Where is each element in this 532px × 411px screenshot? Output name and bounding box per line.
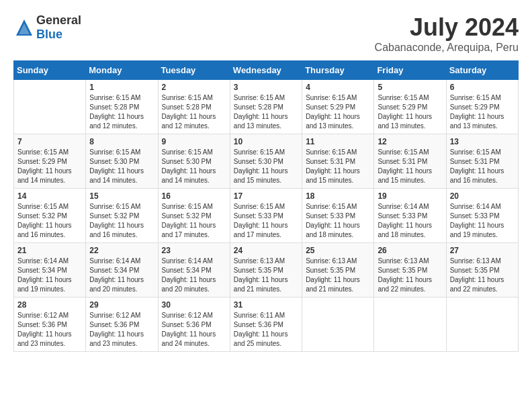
- calendar-table: SundayMondayTuesdayWednesdayThursdayFrid…: [13, 60, 519, 352]
- calendar-cell: 9Sunrise: 6:15 AM Sunset: 5:30 PM Daylig…: [158, 134, 230, 189]
- day-info: Sunrise: 6:15 AM Sunset: 5:29 PM Dayligh…: [450, 93, 515, 131]
- day-info: Sunrise: 6:11 AM Sunset: 5:36 PM Dayligh…: [234, 311, 298, 349]
- weekday-header-cell: Thursday: [302, 61, 374, 80]
- day-number: 12: [378, 137, 442, 146]
- day-info: Sunrise: 6:15 AM Sunset: 5:29 PM Dayligh…: [378, 93, 442, 131]
- day-number: 24: [234, 246, 298, 255]
- calendar-cell: 27Sunrise: 6:13 AM Sunset: 5:35 PM Dayli…: [446, 243, 518, 298]
- day-info: Sunrise: 6:15 AM Sunset: 5:30 PM Dayligh…: [162, 148, 226, 185]
- day-info: Sunrise: 6:12 AM Sunset: 5:36 PM Dayligh…: [162, 311, 226, 349]
- day-number: 14: [17, 191, 82, 201]
- day-number: 6: [450, 83, 515, 92]
- calendar-cell: [14, 80, 86, 134]
- calendar-cell: 13Sunrise: 6:15 AM Sunset: 5:31 PM Dayli…: [446, 134, 518, 189]
- day-info: Sunrise: 6:14 AM Sunset: 5:33 PM Dayligh…: [378, 202, 442, 240]
- calendar-cell: 26Sunrise: 6:13 AM Sunset: 5:35 PM Dayli…: [374, 243, 446, 298]
- calendar-cell: 7Sunrise: 6:15 AM Sunset: 5:29 PM Daylig…: [14, 134, 86, 189]
- calendar-cell: 30Sunrise: 6:12 AM Sunset: 5:36 PM Dayli…: [158, 298, 230, 352]
- month-title: July 2024: [375, 13, 519, 42]
- calendar-cell: [374, 298, 446, 352]
- day-number: 30: [162, 300, 226, 310]
- calendar-cell: 16Sunrise: 6:15 AM Sunset: 5:32 PM Dayli…: [158, 189, 230, 243]
- calendar-cell: 24Sunrise: 6:13 AM Sunset: 5:35 PM Dayli…: [230, 243, 302, 298]
- logo: General Blue: [13, 13, 81, 42]
- day-number: 22: [89, 246, 154, 255]
- day-info: Sunrise: 6:14 AM Sunset: 5:34 PM Dayligh…: [89, 257, 154, 294]
- weekday-header-cell: Friday: [374, 61, 446, 80]
- day-info: Sunrise: 6:15 AM Sunset: 5:31 PM Dayligh…: [378, 148, 442, 185]
- day-info: Sunrise: 6:15 AM Sunset: 5:31 PM Dayligh…: [306, 148, 370, 185]
- location-title: Cabanaconde, Arequipa, Peru: [375, 42, 519, 54]
- day-number: 4: [306, 83, 370, 92]
- day-number: 15: [89, 191, 154, 201]
- calendar-cell: [302, 298, 374, 352]
- calendar-cell: 5Sunrise: 6:15 AM Sunset: 5:29 PM Daylig…: [374, 80, 446, 134]
- day-number: 27: [450, 246, 515, 255]
- day-number: 21: [17, 246, 82, 255]
- day-info: Sunrise: 6:15 AM Sunset: 5:32 PM Dayligh…: [162, 202, 226, 240]
- day-info: Sunrise: 6:15 AM Sunset: 5:30 PM Dayligh…: [234, 148, 298, 185]
- header: General Blue July 2024 Cabanaconde, Areq…: [13, 13, 519, 54]
- calendar-cell: 8Sunrise: 6:15 AM Sunset: 5:30 PM Daylig…: [86, 134, 158, 189]
- day-info: Sunrise: 6:14 AM Sunset: 5:34 PM Dayligh…: [17, 257, 82, 294]
- day-number: 28: [17, 300, 82, 310]
- calendar-week-row: 1Sunrise: 6:15 AM Sunset: 5:28 PM Daylig…: [14, 80, 519, 134]
- calendar-cell: 20Sunrise: 6:14 AM Sunset: 5:33 PM Dayli…: [446, 189, 518, 243]
- calendar-cell: 18Sunrise: 6:15 AM Sunset: 5:33 PM Dayli…: [302, 189, 374, 243]
- calendar-cell: 31Sunrise: 6:11 AM Sunset: 5:36 PM Dayli…: [230, 298, 302, 352]
- day-info: Sunrise: 6:15 AM Sunset: 5:29 PM Dayligh…: [17, 148, 82, 185]
- calendar-cell: 29Sunrise: 6:12 AM Sunset: 5:36 PM Dayli…: [86, 298, 158, 352]
- day-number: 11: [306, 137, 370, 146]
- calendar-cell: 22Sunrise: 6:14 AM Sunset: 5:34 PM Dayli…: [86, 243, 158, 298]
- day-info: Sunrise: 6:15 AM Sunset: 5:28 PM Dayligh…: [234, 93, 298, 131]
- day-info: Sunrise: 6:15 AM Sunset: 5:30 PM Dayligh…: [89, 148, 154, 185]
- day-info: Sunrise: 6:15 AM Sunset: 5:28 PM Dayligh…: [162, 93, 226, 131]
- weekday-header-cell: Sunday: [14, 61, 86, 80]
- calendar-cell: 12Sunrise: 6:15 AM Sunset: 5:31 PM Dayli…: [374, 134, 446, 189]
- day-number: 2: [162, 83, 226, 92]
- day-info: Sunrise: 6:12 AM Sunset: 5:36 PM Dayligh…: [17, 311, 82, 349]
- day-number: 31: [234, 300, 298, 310]
- day-number: 8: [89, 137, 154, 146]
- day-info: Sunrise: 6:14 AM Sunset: 5:33 PM Dayligh…: [450, 202, 515, 240]
- weekday-header-cell: Wednesday: [230, 61, 302, 80]
- day-number: 10: [234, 137, 298, 146]
- calendar-cell: 11Sunrise: 6:15 AM Sunset: 5:31 PM Dayli…: [302, 134, 374, 189]
- calendar-cell: 14Sunrise: 6:15 AM Sunset: 5:32 PM Dayli…: [14, 189, 86, 243]
- day-number: 17: [234, 191, 298, 201]
- day-info: Sunrise: 6:14 AM Sunset: 5:34 PM Dayligh…: [162, 257, 226, 294]
- calendar-cell: 6Sunrise: 6:15 AM Sunset: 5:29 PM Daylig…: [446, 80, 518, 134]
- day-info: Sunrise: 6:15 AM Sunset: 5:33 PM Dayligh…: [234, 202, 298, 240]
- weekday-header-cell: Saturday: [446, 61, 518, 80]
- day-info: Sunrise: 6:15 AM Sunset: 5:31 PM Dayligh…: [450, 148, 515, 185]
- calendar-week-row: 21Sunrise: 6:14 AM Sunset: 5:34 PM Dayli…: [14, 243, 519, 298]
- day-number: 20: [450, 191, 515, 201]
- calendar-body: 1Sunrise: 6:15 AM Sunset: 5:28 PM Daylig…: [14, 80, 519, 352]
- calendar-cell: 17Sunrise: 6:15 AM Sunset: 5:33 PM Dayli…: [230, 189, 302, 243]
- day-info: Sunrise: 6:15 AM Sunset: 5:32 PM Dayligh…: [89, 202, 154, 240]
- day-info: Sunrise: 6:13 AM Sunset: 5:35 PM Dayligh…: [378, 257, 442, 294]
- calendar-cell: 19Sunrise: 6:14 AM Sunset: 5:33 PM Dayli…: [374, 189, 446, 243]
- day-info: Sunrise: 6:15 AM Sunset: 5:33 PM Dayligh…: [306, 202, 370, 240]
- calendar-cell: 2Sunrise: 6:15 AM Sunset: 5:28 PM Daylig…: [158, 80, 230, 134]
- weekday-header-cell: Monday: [86, 61, 158, 80]
- title-area: July 2024 Cabanaconde, Arequipa, Peru: [375, 13, 519, 54]
- calendar-cell: [446, 298, 518, 352]
- day-number: 9: [162, 137, 226, 146]
- day-info: Sunrise: 6:13 AM Sunset: 5:35 PM Dayligh…: [450, 257, 515, 294]
- logo-icon: [13, 17, 35, 38]
- day-info: Sunrise: 6:13 AM Sunset: 5:35 PM Dayligh…: [306, 257, 370, 294]
- calendar-cell: 23Sunrise: 6:14 AM Sunset: 5:34 PM Dayli…: [158, 243, 230, 298]
- day-info: Sunrise: 6:13 AM Sunset: 5:35 PM Dayligh…: [234, 257, 298, 294]
- weekday-header-row: SundayMondayTuesdayWednesdayThursdayFrid…: [14, 61, 519, 80]
- day-info: Sunrise: 6:15 AM Sunset: 5:28 PM Dayligh…: [89, 93, 154, 131]
- day-number: 26: [378, 246, 442, 255]
- calendar-cell: 10Sunrise: 6:15 AM Sunset: 5:30 PM Dayli…: [230, 134, 302, 189]
- day-number: 1: [89, 83, 154, 92]
- calendar-cell: 1Sunrise: 6:15 AM Sunset: 5:28 PM Daylig…: [86, 80, 158, 134]
- day-info: Sunrise: 6:12 AM Sunset: 5:36 PM Dayligh…: [89, 311, 154, 349]
- day-number: 16: [162, 191, 226, 201]
- day-number: 13: [450, 137, 515, 146]
- day-number: 18: [306, 191, 370, 201]
- calendar-week-row: 14Sunrise: 6:15 AM Sunset: 5:32 PM Dayli…: [14, 189, 519, 243]
